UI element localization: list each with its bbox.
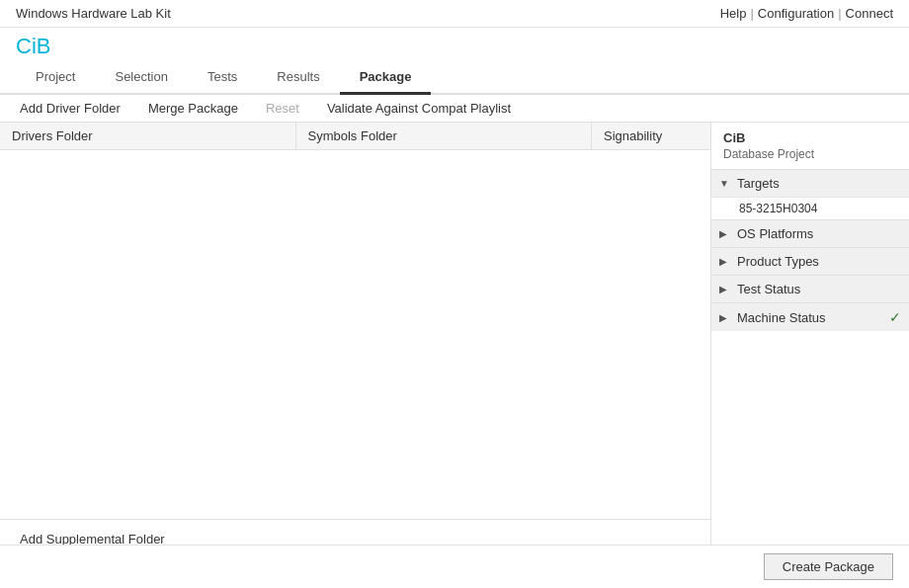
validate-button[interactable]: Validate Against Compat Playlist	[323, 99, 515, 118]
separator-2: |	[838, 6, 841, 21]
sidebar-os-platforms-header[interactable]: ▶ OS Platforms	[711, 220, 909, 247]
app-short-title: CiB	[0, 28, 909, 61]
content-area: Drivers Folder Symbols Folder Signabilit…	[0, 123, 711, 588]
test-status-label: Test Status	[737, 282, 800, 296]
sidebar-section-targets: ▼ Targets 85-3215H0304	[711, 169, 909, 219]
tab-selection[interactable]: Selection	[95, 61, 187, 95]
help-link[interactable]: Help	[720, 6, 747, 21]
sidebar-targets-header[interactable]: ▼ Targets	[711, 170, 909, 197]
sidebar-target-item[interactable]: 85-3215H0304	[711, 197, 909, 219]
sidebar: CiB Database Project ▼ Targets 85-3215H0…	[711, 123, 909, 588]
add-driver-folder-button[interactable]: Add Driver Folder	[16, 99, 124, 118]
product-types-label: Product Types	[737, 254, 819, 269]
sidebar-section-os-platforms: ▶ OS Platforms	[711, 219, 909, 247]
empty-table-body	[0, 150, 710, 519]
tab-project[interactable]: Project	[16, 61, 95, 95]
toolbar: Add Driver Folder Merge Package Reset Va…	[0, 95, 909, 123]
targets-chevron-icon: ▼	[719, 178, 731, 189]
table-header: Drivers Folder Symbols Folder Signabilit…	[0, 123, 710, 150]
machine-status-chevron-icon: ▶	[719, 312, 731, 323]
bottom-bar: Create Package	[0, 545, 909, 588]
sidebar-test-status-header[interactable]: ▶ Test Status	[711, 276, 909, 302]
targets-label: Targets	[737, 176, 780, 191]
main-layout: Drivers Folder Symbols Folder Signabilit…	[0, 123, 909, 588]
product-types-chevron-icon: ▶	[719, 256, 731, 267]
os-platforms-chevron-icon: ▶	[719, 228, 731, 239]
app-title-header: Windows Hardware Lab Kit	[16, 6, 171, 21]
col-symbols-folder: Symbols Folder	[296, 123, 593, 149]
sidebar-project-type: Database Project	[711, 147, 909, 169]
sidebar-section-product-types: ▶ Product Types	[711, 247, 909, 275]
tab-tests[interactable]: Tests	[188, 61, 257, 95]
sidebar-product-types-header[interactable]: ▶ Product Types	[711, 248, 909, 275]
sidebar-project-name: CiB	[711, 123, 909, 147]
sidebar-section-machine-status: ▶ Machine Status ✓	[711, 302, 909, 331]
sidebar-machine-status-header[interactable]: ▶ Machine Status ✓	[711, 303, 909, 331]
tab-package[interactable]: Package	[340, 61, 432, 95]
machine-status-check-icon: ✓	[889, 309, 901, 325]
col-drivers-folder: Drivers Folder	[0, 123, 296, 149]
separator-1: |	[750, 6, 753, 21]
machine-status-label: Machine Status	[737, 310, 826, 325]
connect-link[interactable]: Connect	[846, 6, 893, 21]
reset-button[interactable]: Reset	[262, 99, 303, 118]
tab-results[interactable]: Results	[257, 61, 339, 95]
create-package-button[interactable]: Create Package	[764, 553, 893, 580]
nav-tabs: Project Selection Tests Results Package	[0, 61, 909, 95]
test-status-chevron-icon: ▶	[719, 284, 731, 294]
col-signability: Signability	[592, 123, 710, 149]
configuration-link[interactable]: Configuration	[758, 6, 834, 21]
os-platforms-label: OS Platforms	[737, 226, 813, 241]
merge-package-button[interactable]: Merge Package	[144, 99, 242, 118]
sidebar-section-test-status: ▶ Test Status	[711, 275, 909, 302]
